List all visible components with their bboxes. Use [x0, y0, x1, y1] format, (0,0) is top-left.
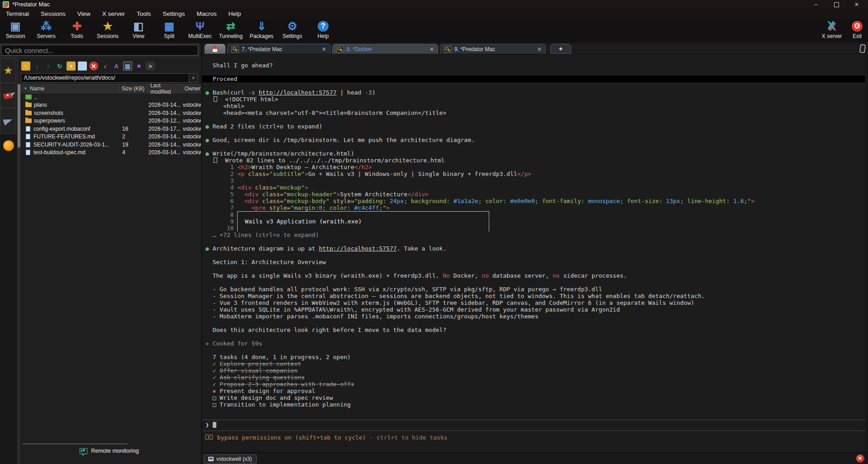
session-tab-vstockwell[interactable]: vstockwell (x3)	[204, 455, 257, 464]
new-tab-button[interactable]: +	[550, 44, 571, 54]
minimize-button[interactable]: –	[808, 0, 824, 9]
tab-home[interactable]	[205, 44, 225, 54]
toolbar-label: Session	[0, 33, 31, 39]
alert-icon[interactable]: ✕	[856, 455, 864, 463]
delete-icon[interactable]: ✕	[89, 62, 98, 71]
menu-help[interactable]: Help	[223, 10, 247, 17]
folder-icon	[25, 118, 32, 123]
key-icon[interactable]: ⌐	[99, 60, 111, 72]
star-icon: ★	[3, 64, 13, 77]
path-dropdown-button[interactable]: ∨	[189, 74, 197, 82]
sidebar-tab-sftp[interactable]	[0, 134, 17, 151]
column-header-name[interactable]: ▼Name	[21, 85, 119, 93]
toolbar-session-button[interactable]: ▣Session	[0, 19, 31, 42]
terminal-line: - Go backend handles all protocol work: …	[205, 286, 868, 293]
toolbar-tunneling-button[interactable]: ⇄Tunneling	[215, 19, 246, 42]
file-modified: 2026-03-12...	[148, 118, 183, 124]
toolbar-split-button[interactable]: ▦Split	[154, 19, 185, 42]
session-tab-label: vstockwell (x3)	[216, 456, 252, 462]
maximize-button[interactable]	[829, 0, 844, 9]
sidebar-scrollbar[interactable]	[18, 84, 20, 464]
sidebar: Quick connect... ★ ↑↓↑↻+✕⌐A▥✶> /Users/vs…	[0, 43, 200, 464]
toolbar-help-button[interactable]: ?Help	[308, 19, 339, 42]
sidebar-tab-tools[interactable]	[0, 83, 16, 109]
split-view-icon[interactable]: ▥	[123, 62, 132, 71]
remote-monitoring-toggle[interactable]: Remote monitoring	[18, 448, 201, 454]
folder-up-icon[interactable]: ↑	[21, 62, 30, 71]
monitor-icon	[80, 448, 87, 454]
menu-settings[interactable]: Settings	[157, 10, 191, 17]
terminal-line: - Vue 3 frontend renders in WebView2 wit…	[205, 299, 868, 306]
tab-9[interactable]: 9. *Predator Mac✕	[440, 44, 546, 54]
new-file-icon[interactable]	[78, 62, 87, 71]
toolbar-sessions-button[interactable]: ★Sessions	[92, 19, 123, 42]
toolbar-tools-button[interactable]: ✚Tools	[62, 19, 92, 42]
file-owner: vstockw	[183, 149, 201, 156]
tab-close-icon[interactable]: ✕	[537, 46, 542, 52]
terminal-line: 10	[205, 225, 868, 232]
file-row[interactable]: config-export.mobaconf162026-03-17...vst…	[21, 125, 201, 133]
key-icon	[231, 46, 239, 53]
menu-terminal[interactable]: Terminal	[0, 10, 35, 17]
upload-icon[interactable]: ↑	[44, 62, 53, 71]
new-folder-icon[interactable]: +	[67, 62, 76, 71]
file-row[interactable]: screenshots2026-03-14...vstockw	[21, 109, 201, 117]
terminal-scrollbar[interactable]	[865, 54, 868, 452]
toolbar-view-button[interactable]: ◧View	[123, 19, 154, 42]
prompt-input-box[interactable]: ❯	[202, 420, 868, 431]
remote-monitoring-label: Remote monitoring	[91, 448, 139, 454]
toolbar-exit-button[interactable]: ʘExit	[842, 19, 868, 42]
sidebar-tab-sessions[interactable]: ★	[0, 58, 16, 83]
path-field[interactable]: /Users/vstockwell/repos/wraith/docs/ ∨	[21, 73, 198, 83]
tab-close-icon[interactable]: ✕	[322, 46, 326, 52]
download-icon[interactable]: ↓	[33, 62, 42, 71]
tab-7[interactable]: 7. *Predator Mac✕	[227, 44, 330, 54]
terminal-line: 5 <div class="mockup-header">System Arch…	[205, 191, 868, 198]
terminal-pane[interactable]: Shall I go ahead? Proceed ● Bash(curl -s…	[202, 54, 868, 452]
close-button[interactable]: ✕	[849, 0, 864, 9]
wand-icon[interactable]: ✶	[134, 62, 143, 71]
file-row[interactable]: SECURITY-AUDIT-2026-03-1...192026-03-14.…	[21, 141, 201, 149]
attachments-icon[interactable]	[859, 44, 866, 53]
scrollbar-thumb[interactable]	[18, 84, 20, 147]
tab-8[interactable]: 8. *Docker✕	[332, 44, 438, 54]
file-row[interactable]: FUTURE-FEATURES.md22026-03-14...vstockw	[21, 133, 201, 141]
split-icon: ▦	[154, 19, 185, 33]
menu-view[interactable]: View	[72, 10, 96, 17]
menu-macros[interactable]: Macros	[191, 10, 222, 17]
file-row[interactable]: plans2026-03-14...vstockw	[21, 101, 201, 109]
menu-sessions[interactable]: Sessions	[35, 10, 72, 17]
file-row[interactable]: test-buildout-spec.md42026-03-14...vstoc…	[21, 149, 201, 157]
toolbar-packages-button[interactable]: ⇓Packages	[246, 19, 277, 42]
servers-icon: ⁂	[31, 19, 62, 33]
terminal-line: <!DOCTYPE html>	[205, 96, 868, 103]
toolbar-label: Tunneling	[215, 33, 246, 39]
menu-x-server[interactable]: X server	[96, 10, 131, 17]
toolbar-multiexec-button[interactable]: ΨMultiExec	[185, 19, 215, 42]
tab-close-icon[interactable]: ✕	[429, 46, 434, 52]
terminal-line: 2 <p class="subtitle">Go + Wails v3 | Wi…	[205, 170, 868, 177]
toolbar-servers-button[interactable]: ⁂Servers	[31, 19, 62, 42]
terminal-icon[interactable]: >	[146, 62, 155, 71]
terminal-line: - Vault uses SQLite in %APPDATA%\Wraith\…	[205, 306, 868, 313]
terminal-line	[205, 238, 868, 245]
app-icon	[3, 1, 9, 8]
sidebar-tab-macros[interactable]	[0, 109, 16, 134]
quick-connect-input[interactable]: Quick connect...	[1, 45, 198, 56]
prompt-line[interactable]: ❯	[205, 421, 868, 428]
column-header-size[interactable]: Size (KB)	[119, 85, 148, 93]
menu-tools[interactable]: Tools	[131, 10, 157, 17]
toolbar-settings-button[interactable]: ⚙Settings	[277, 19, 308, 42]
rename-icon[interactable]: A	[112, 62, 121, 71]
file-table: ▼Name Size (KB) Last modified Owner ↑..p…	[21, 84, 201, 156]
paper-plane-icon	[3, 117, 13, 125]
refresh-icon[interactable]: ↻	[55, 62, 64, 71]
terminal-line: ✓ Ask clarifying questions	[205, 374, 868, 381]
terminal-line: ✳ Cooked for 59s	[205, 340, 868, 347]
terminal-line: Shall I go ahead?	[205, 62, 868, 69]
toolbar-label: MultiExec	[185, 33, 215, 39]
file-row[interactable]: superpowers2026-03-12...vstockw	[21, 117, 201, 125]
column-header-owner[interactable]: Owner	[182, 85, 200, 93]
terminal-line	[205, 69, 868, 76]
column-header-modified[interactable]: Last modified	[148, 85, 182, 93]
